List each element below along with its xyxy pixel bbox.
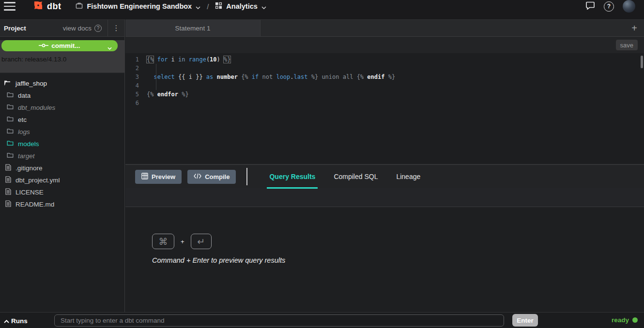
line-number: 2 bbox=[125, 64, 147, 73]
command-input[interactable] bbox=[54, 314, 504, 327]
line-number: 5 bbox=[125, 90, 147, 99]
chevron-down-icon bbox=[107, 44, 112, 51]
plus-icon: + bbox=[631, 23, 637, 34]
tree-item-etc[interactable]: etc bbox=[0, 114, 124, 126]
status-ready: ready bbox=[612, 316, 638, 324]
hamburger-menu-icon[interactable] bbox=[4, 2, 15, 11]
editor-scrollbar[interactable] bbox=[641, 56, 643, 68]
line-number: 3 bbox=[125, 73, 147, 81]
tab-label: Lineage bbox=[396, 173, 420, 180]
status-dot-icon bbox=[632, 317, 638, 323]
tree-item-label: dbt_project.yml bbox=[15, 177, 60, 184]
tree-item-gitignore[interactable]: .gitignore bbox=[0, 162, 124, 174]
tree-item-readme-md[interactable]: README.md bbox=[0, 198, 124, 210]
editor-toolbar: save bbox=[125, 37, 644, 53]
file-icon bbox=[5, 200, 11, 209]
topbar: dbt Fishtown Engineering Sandbox / bbox=[0, 0, 644, 19]
code-area: 1{% for i in range(10) %}23 select {{ i … bbox=[125, 55, 644, 107]
status-label: ready bbox=[612, 316, 629, 324]
keyboard-hint: ⌘ + ↵ bbox=[152, 234, 212, 249]
line-text: select {{ i }} as number {% if not loop.… bbox=[147, 73, 395, 81]
tree-item-label: logs bbox=[18, 128, 30, 135]
tab-compiled-sql[interactable]: Compiled SQL bbox=[331, 165, 380, 188]
code-line: 4 bbox=[125, 81, 644, 90]
folder-open-icon bbox=[4, 80, 11, 88]
code-line: 1{% for i in range(10) %} bbox=[125, 55, 644, 64]
editor-tab-bar: Statement 1 + bbox=[125, 20, 644, 37]
line-number: 4 bbox=[125, 81, 147, 90]
tree-item-data[interactable]: data bbox=[0, 89, 124, 102]
kebab-menu[interactable]: ⋮ bbox=[108, 24, 124, 32]
project-panel-header: Project view docs ? ⋮ bbox=[0, 20, 124, 37]
results-tabs: Query ResultsCompiled SQLLineage bbox=[267, 165, 436, 188]
hint-text: Command + Enter to preview query results bbox=[152, 256, 285, 264]
tree-item-jaffle-shop[interactable]: jaffle_shop bbox=[0, 77, 124, 89]
chevron-down-icon bbox=[261, 2, 266, 11]
file-icon bbox=[5, 188, 11, 196]
code-editor[interactable]: 1{% for i in range(10) %}23 select {{ i … bbox=[125, 53, 644, 164]
tab-lineage[interactable]: Lineage bbox=[394, 165, 423, 188]
line-text: {% for i in range(10) %} bbox=[147, 55, 230, 64]
tree-item-label: etc bbox=[18, 116, 27, 123]
chevron-up-icon bbox=[4, 316, 9, 325]
tree-item-label: models bbox=[18, 140, 39, 148]
commit-section: commit... branch: release/4.13.0 bbox=[0, 40, 124, 73]
project-switcher[interactable]: Fishtown Engineering Sandbox bbox=[76, 1, 200, 11]
table-icon bbox=[141, 173, 148, 181]
dbt-logo-icon bbox=[32, 0, 45, 14]
file-icon bbox=[5, 164, 11, 172]
chat-icon[interactable] bbox=[585, 0, 595, 12]
briefcase-icon bbox=[76, 2, 83, 11]
tree-item-label: .gitignore bbox=[15, 164, 43, 172]
chevron-down-icon bbox=[196, 2, 200, 11]
tree-item-label: dbt_modules bbox=[18, 104, 55, 111]
compile-button[interactable]: Compile bbox=[187, 170, 236, 184]
main-area: Statement 1 + save 1{% for i in range(10… bbox=[125, 19, 644, 312]
enter-button[interactable]: Enter bbox=[512, 314, 538, 327]
runs-label: Runs bbox=[11, 317, 28, 325]
code-line: 2 bbox=[125, 64, 644, 73]
tree-item-dbt-project-yml[interactable]: dbt_project.yml bbox=[0, 174, 124, 186]
tree-item-license[interactable]: LICENSE bbox=[0, 186, 124, 198]
branch-label: branch: release/4.13.0 bbox=[1, 56, 124, 63]
preview-button[interactable]: Preview bbox=[135, 170, 182, 184]
tree-item-dbt-modules[interactable]: dbt_modules bbox=[0, 102, 124, 114]
avatar[interactable] bbox=[623, 0, 635, 13]
environment-switcher[interactable]: Analytics bbox=[215, 1, 266, 11]
code-line: 3 select {{ i }} as number {% if not loo… bbox=[125, 73, 644, 81]
return-key-icon: ↵ bbox=[191, 234, 212, 249]
runs-toggle[interactable]: Runs bbox=[4, 316, 28, 325]
git-commit-icon bbox=[39, 42, 48, 49]
folder-icon bbox=[7, 140, 14, 148]
view-docs-link[interactable]: view docs ? bbox=[63, 25, 102, 32]
tree-item-label: target bbox=[18, 152, 35, 160]
file-icon bbox=[5, 176, 11, 184]
apps-grid-icon bbox=[215, 2, 222, 11]
results-toolbar: Preview Compile Query ResultsCompiled SQ… bbox=[125, 164, 644, 188]
dbt-logo-text: dbt bbox=[47, 1, 61, 12]
code-icon bbox=[194, 173, 201, 180]
tree-item-models[interactable]: models bbox=[0, 138, 124, 150]
folder-icon bbox=[7, 152, 14, 160]
dbt-logo[interactable]: dbt bbox=[32, 0, 61, 14]
sidebar: Project view docs ? ⋮ commit... branch: … bbox=[0, 19, 125, 312]
project-name: Fishtown Engineering Sandbox bbox=[87, 2, 192, 10]
toolbar-divider bbox=[246, 168, 247, 185]
environment-name: Analytics bbox=[226, 2, 257, 10]
help-icon[interactable]: ? bbox=[604, 1, 614, 12]
commit-button[interactable]: commit... bbox=[1, 40, 118, 51]
tab-statement-1[interactable]: Statement 1 bbox=[125, 20, 261, 36]
new-tab-button[interactable]: + bbox=[629, 22, 640, 34]
results-content: ⌘ + ↵ Command + Enter to preview query r… bbox=[125, 207, 644, 290]
command-key-icon: ⌘ bbox=[152, 234, 174, 249]
commit-label: commit... bbox=[51, 42, 80, 49]
panel-title: Project bbox=[4, 25, 26, 32]
tree-item-target[interactable]: target bbox=[0, 150, 124, 162]
tree-item-logs[interactable]: logs bbox=[0, 126, 124, 138]
save-button[interactable]: save bbox=[616, 40, 638, 50]
tree-item-label: jaffle_shop bbox=[15, 80, 47, 87]
tab-query-results[interactable]: Query Results bbox=[267, 165, 318, 188]
tab-label: Query Results bbox=[269, 173, 315, 180]
code-line: 6 bbox=[125, 99, 644, 107]
tree-item-label: LICENSE bbox=[15, 189, 44, 196]
